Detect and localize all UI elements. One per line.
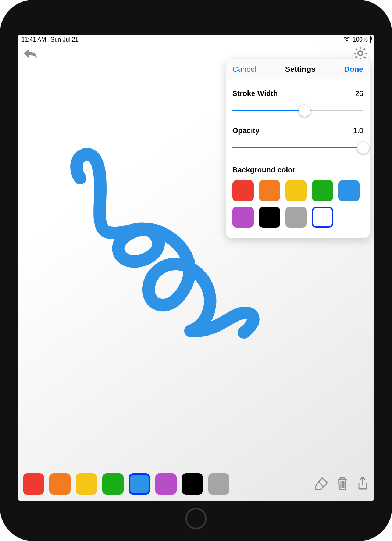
stroke-color-yellow[interactable] (76, 473, 97, 495)
status-bar: 11:41 AM Sun Jul 21 100% (18, 35, 374, 44)
stroke-width-label: Stroke Width (232, 89, 278, 98)
status-date: Sun Jul 21 (51, 36, 79, 43)
ipad-frame: 11:41 AM Sun Jul 21 100% (0, 0, 392, 541)
stroke-color-gray[interactable] (208, 473, 229, 495)
stroke-width-value: 26 (355, 89, 363, 98)
background-color-label: Background color (232, 166, 363, 174)
bg-swatch-gray[interactable] (285, 207, 307, 228)
stroke-width-slider[interactable] (232, 106, 363, 115)
bg-swatch-black[interactable] (259, 207, 280, 228)
svg-line-8 (356, 57, 357, 58)
battery-percent: 100% (353, 36, 368, 43)
stroke-color-blue[interactable] (129, 473, 150, 495)
undo-button[interactable] (21, 48, 38, 64)
screen: 11:41 AM Sun Jul 21 100% (18, 35, 374, 501)
popover-title: Settings (285, 65, 316, 74)
stroke-color-orange[interactable] (49, 473, 71, 495)
bottom-toolbar (18, 467, 374, 501)
opacity-value: 1.0 (353, 126, 363, 135)
svg-line-9 (318, 481, 324, 487)
cancel-button[interactable]: Cancel (232, 65, 256, 74)
done-button[interactable]: Done (344, 65, 364, 74)
trash-button[interactable] (335, 476, 349, 492)
bg-swatch-yellow[interactable] (285, 180, 307, 201)
bg-swatch-blue[interactable] (338, 180, 360, 201)
bg-swatch-orange[interactable] (259, 180, 280, 201)
stroke-color-row (23, 473, 229, 495)
stroke-color-red[interactable] (23, 473, 44, 495)
svg-line-7 (364, 49, 365, 50)
background-color-grid (232, 180, 363, 228)
settings-popover: Cancel Settings Done Stroke Width 26 Opa… (226, 59, 370, 238)
opacity-slider[interactable] (232, 143, 363, 153)
home-button[interactable] (185, 508, 207, 529)
svg-point-0 (358, 51, 363, 55)
wifi-icon (343, 36, 350, 43)
stroke-color-black[interactable] (182, 473, 203, 495)
bg-swatch-purple[interactable] (232, 207, 254, 228)
svg-line-5 (356, 49, 357, 50)
stroke-color-green[interactable] (102, 473, 124, 495)
share-button[interactable] (356, 476, 369, 492)
battery-icon (370, 36, 371, 43)
bg-swatch-white[interactable] (312, 207, 333, 228)
popover-header: Cancel Settings Done (226, 59, 370, 79)
bg-swatch-red[interactable] (232, 180, 254, 201)
stroke-color-purple[interactable] (155, 473, 177, 495)
opacity-label: Opacity (232, 126, 259, 135)
svg-line-6 (364, 57, 365, 58)
bg-swatch-green[interactable] (312, 180, 333, 201)
status-time: 11:41 AM (21, 36, 46, 43)
eraser-button[interactable] (313, 476, 329, 492)
